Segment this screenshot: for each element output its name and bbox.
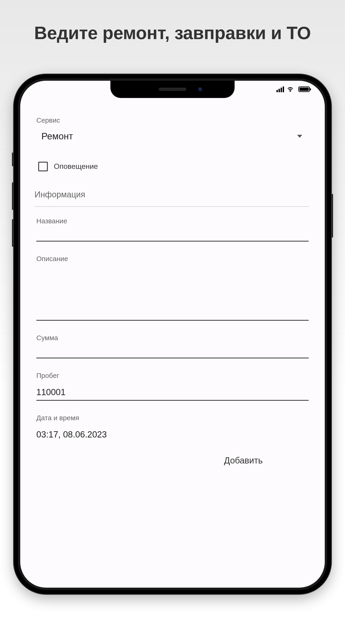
notification-label: Оповещение (54, 162, 98, 171)
service-dropdown[interactable]: Ремонт (36, 129, 309, 143)
service-label: Сервис (36, 116, 309, 124)
page-title: Ведите ремонт, завправки и ТО (34, 22, 311, 44)
amount-label: Сумма (36, 334, 309, 342)
status-bar (276, 86, 310, 92)
action-row: Добавить (36, 456, 309, 466)
phone-frame: Сервис Ремонт Оповещение Информация Назв (14, 74, 331, 594)
wifi-icon (287, 86, 294, 92)
description-group: Описание (36, 255, 309, 320)
front-camera (198, 87, 202, 92)
name-input[interactable] (36, 230, 309, 242)
description-input[interactable] (36, 268, 309, 320)
information-section-header: Информация (34, 190, 309, 207)
phone-inner-frame: Сервис Ремонт Оповещение Информация Назв (18, 78, 327, 590)
notification-row[interactable]: Оповещение (36, 162, 309, 171)
datetime-input[interactable]: 03:17, 08.06.2023 (36, 427, 309, 442)
signal-icon (276, 86, 284, 92)
mileage-group: Пробег 110001 (36, 372, 309, 401)
amount-input[interactable] (36, 347, 309, 358)
phone-screen: Сервис Ремонт Оповещение Информация Назв (20, 81, 325, 588)
mileage-input[interactable]: 110001 (36, 384, 309, 401)
notch (110, 81, 234, 98)
battery-icon (298, 86, 310, 92)
chevron-down-icon (297, 135, 302, 138)
speaker (159, 88, 186, 91)
datetime-label: Дата и время (36, 414, 309, 422)
mileage-label: Пробег (36, 372, 309, 380)
notification-checkbox[interactable] (38, 162, 48, 171)
name-label: Название (36, 217, 309, 225)
add-button[interactable]: Добавить (224, 456, 263, 466)
form-content: Сервис Ремонт Оповещение Информация Назв (20, 81, 325, 475)
phone-mockup: Сервис Ремонт Оповещение Информация Назв (14, 74, 331, 594)
amount-group: Сумма (36, 334, 309, 358)
service-value: Ремонт (42, 131, 73, 142)
datetime-group: Дата и время 03:17, 08.06.2023 (36, 414, 309, 442)
name-group: Название (36, 217, 309, 242)
description-label: Описание (36, 255, 309, 263)
